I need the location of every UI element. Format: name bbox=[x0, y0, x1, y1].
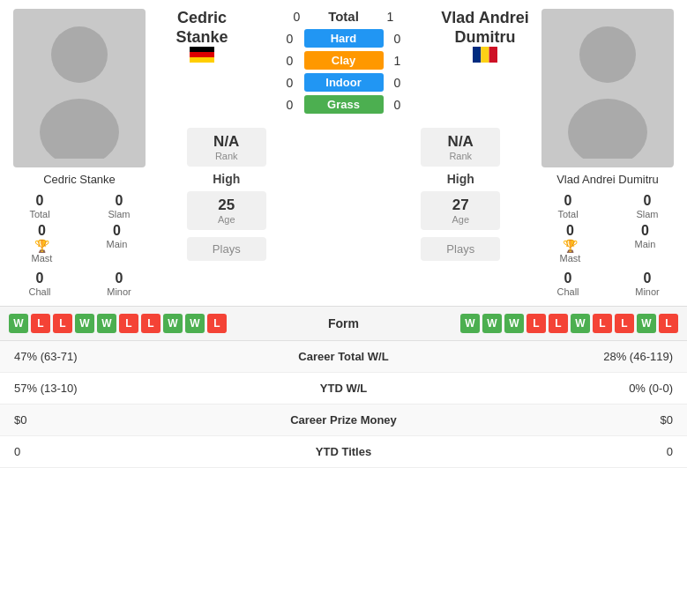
left-player-name: Cedric Stanke bbox=[43, 173, 116, 186]
right-mast-value: 0 bbox=[566, 223, 574, 239]
right-age-value: 27 bbox=[433, 197, 488, 214]
stats-right-val-0: 28% (46-119) bbox=[432, 350, 674, 363]
right-player-avatar bbox=[541, 9, 674, 167]
clay-label: Clay bbox=[304, 51, 384, 70]
left-form-badge-l: L bbox=[119, 314, 138, 333]
right-center-stats: N/A Rank High 27 Age Plays bbox=[392, 128, 530, 261]
left-form-badge-w: W bbox=[185, 314, 205, 333]
svg-rect-2 bbox=[190, 47, 214, 52]
left-mast-value: 0 bbox=[38, 223, 46, 239]
right-total-label: Total bbox=[557, 209, 578, 219]
right-form-badge-l: L bbox=[615, 314, 634, 333]
right-slam-value: 0 bbox=[644, 193, 652, 209]
left-chall-value: 0 bbox=[36, 271, 44, 286]
right-minor-value: 0 bbox=[644, 271, 652, 286]
left-main-value: 0 bbox=[113, 223, 121, 239]
left-rank-label: Rank bbox=[199, 151, 254, 161]
stats-right-val-1: 0% (0-0) bbox=[432, 382, 674, 395]
right-rank-label: Rank bbox=[433, 151, 488, 161]
left-header-name: Cedric Stanke bbox=[175, 9, 228, 47]
left-flag bbox=[190, 47, 214, 63]
left-form-badge-w: W bbox=[75, 314, 94, 333]
main-container: Cedric Stanke 0 Total 0 Slam 0 🏆 Mast bbox=[0, 0, 687, 468]
left-form-badge-l: L bbox=[207, 314, 227, 333]
total-row: 0 Total 1 bbox=[288, 9, 400, 24]
svg-point-0 bbox=[51, 26, 108, 83]
right-header-name: Vlad Andrei Dumitru bbox=[441, 9, 528, 47]
svg-rect-5 bbox=[473, 47, 481, 63]
left-minor-label: Minor bbox=[107, 286, 131, 297]
indoor-right-score: 0 bbox=[389, 76, 407, 90]
right-minor-cell: 0 Minor bbox=[612, 271, 683, 297]
svg-point-9 bbox=[568, 99, 647, 159]
right-trophy-icon: 🏆 bbox=[563, 239, 578, 253]
left-main-cell: 0 Main bbox=[107, 223, 128, 263]
left-rank-box: N/A Rank bbox=[187, 128, 266, 167]
left-rank-value: N/A bbox=[199, 133, 254, 151]
right-plays-label: Plays bbox=[433, 242, 488, 256]
form-row: WLLWWLLWWL Form WWWLLWLLWL bbox=[0, 307, 687, 341]
stats-center-label-2: Career Prize Money bbox=[256, 413, 432, 427]
right-age-label: Age bbox=[433, 214, 488, 225]
left-bottom-stats: 0 Chall 0 Minor bbox=[4, 271, 154, 297]
right-mast-cell: 0 🏆 Mast bbox=[560, 223, 581, 263]
stats-left-val-3: 0 bbox=[14, 445, 256, 458]
form-label: Form bbox=[291, 316, 397, 330]
left-high-label: High bbox=[213, 172, 240, 186]
left-slam-label: Slam bbox=[108, 209, 130, 219]
clay-left-score: 0 bbox=[281, 54, 299, 68]
stats-table: 47% (63-71)Career Total W/L28% (46-119)5… bbox=[0, 341, 687, 468]
right-rank-box: N/A Rank bbox=[421, 128, 500, 167]
center-info-row: N/A Rank High 25 Age Plays bbox=[158, 128, 529, 261]
left-plays-box: Plays bbox=[187, 237, 266, 261]
svg-point-8 bbox=[579, 26, 636, 83]
stats-row-0: 47% (63-71)Career Total W/L28% (46-119) bbox=[0, 341, 687, 373]
right-age-box: 27 Age bbox=[421, 191, 500, 230]
right-form-badge-w: W bbox=[504, 314, 524, 333]
left-form-badge-l: L bbox=[141, 314, 161, 333]
right-form-badge-w: W bbox=[482, 314, 502, 333]
right-form-badge-l: L bbox=[659, 314, 678, 333]
right-trophy-row: 0 🏆 Mast 0 Main bbox=[533, 223, 683, 263]
right-form-badge-w: W bbox=[571, 314, 590, 333]
left-center-stats: N/A Rank High 25 Age Plays bbox=[158, 128, 295, 261]
stats-left-val-1: 57% (13-10) bbox=[14, 382, 256, 395]
stats-center-label-1: YTD W/L bbox=[256, 382, 432, 395]
right-flag bbox=[473, 47, 497, 63]
right-form-badge-l: L bbox=[526, 314, 546, 333]
left-player-avatar bbox=[13, 9, 146, 167]
svg-point-1 bbox=[40, 99, 119, 159]
total-left-score: 0 bbox=[288, 10, 306, 24]
right-bottom-stats: 0 Chall 0 Minor bbox=[533, 271, 683, 297]
indoor-label: Indoor bbox=[304, 73, 384, 92]
right-player-name: Vlad Andrei Dumitru bbox=[556, 173, 659, 186]
left-form-badges: WLLWWLLWWL bbox=[9, 314, 291, 333]
left-plays-label: Plays bbox=[199, 242, 254, 256]
right-rank-value: N/A bbox=[433, 133, 488, 151]
grass-row: 0 Grass 0 bbox=[281, 95, 407, 114]
right-chall-value: 0 bbox=[564, 271, 572, 286]
stats-row-3: 0YTD Titles0 bbox=[0, 436, 687, 468]
left-mast-label: Mast bbox=[32, 253, 53, 263]
clay-right-score: 1 bbox=[389, 54, 407, 68]
left-total-label: Total bbox=[29, 209, 49, 219]
right-form-badge-w: W bbox=[637, 314, 656, 333]
right-main-label: Main bbox=[635, 239, 656, 249]
indoor-row: 0 Indoor 0 bbox=[281, 73, 407, 92]
right-main-value: 0 bbox=[641, 223, 649, 239]
bottom-section: WLLWWLLWWL Form WWWLLWLLWL 47% (63-71)Ca… bbox=[0, 306, 687, 468]
left-trophy-icon: 🏆 bbox=[34, 239, 49, 253]
right-form-badges: WWWLLWLLWL bbox=[397, 314, 679, 333]
hard-left-score: 0 bbox=[281, 32, 299, 46]
left-main-label: Main bbox=[107, 239, 128, 249]
right-mast-label: Mast bbox=[560, 253, 581, 263]
stats-left-val-0: 47% (63-71) bbox=[14, 350, 256, 363]
right-plays-box: Plays bbox=[421, 237, 500, 261]
left-chall-cell: 0 Chall bbox=[4, 271, 75, 297]
left-age-value: 25 bbox=[199, 197, 254, 214]
svg-rect-6 bbox=[481, 47, 489, 63]
left-stats-grid: 0 Total 0 Slam bbox=[4, 193, 154, 219]
grass-right-score: 0 bbox=[389, 98, 407, 112]
left-chall-label: Chall bbox=[28, 286, 50, 297]
left-total-cell: 0 Total bbox=[4, 193, 75, 219]
